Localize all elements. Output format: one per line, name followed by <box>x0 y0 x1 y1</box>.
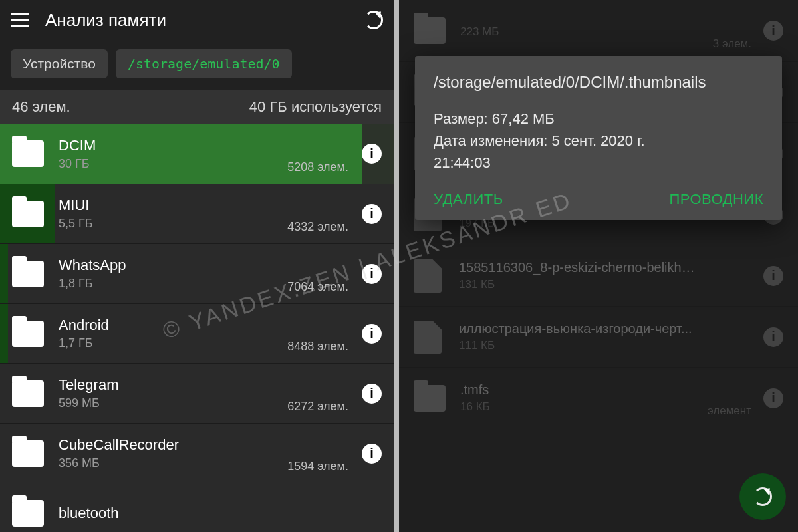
list-item[interactable]: DCIM30 ГБ5208 элем.i <box>0 124 394 184</box>
item-count: 7064 элем. <box>287 280 348 294</box>
list-item[interactable]: WhatsApp1,8 ГБ7064 элем.i <box>0 243 394 303</box>
breadcrumb: Устройство /storage/emulated/0 <box>0 40 394 90</box>
info-icon[interactable]: i <box>362 444 382 464</box>
folder-name: bluetooth <box>59 505 382 522</box>
refresh-icon <box>753 487 772 506</box>
folder-icon <box>12 380 44 407</box>
list-item[interactable]: MIUI5,5 ГБ4332 элем.i <box>0 184 394 243</box>
chip-device[interactable]: Устройство <box>11 49 108 78</box>
app-header: Анализ памяти <box>0 0 394 40</box>
dialog-path: /storage/emulated/0/DCIM/.thumbnails <box>434 73 763 92</box>
folder-name: DCIM <box>59 137 287 154</box>
item-count: 4332 элем. <box>287 220 348 234</box>
folder-size: 5,5 ГБ <box>59 217 287 231</box>
page-title: Анализ памяти <box>45 10 364 31</box>
info-dialog: /storage/emulated/0/DCIM/.thumbnails Раз… <box>415 56 782 220</box>
folder-name: CubeCallRecorder <box>59 436 287 454</box>
dialog-size: Размер: 67,42 МБ <box>434 108 763 130</box>
list-item[interactable]: Android1,7 ГБ8488 элем.i <box>0 303 394 363</box>
folder-icon <box>12 261 44 287</box>
info-icon[interactable]: i <box>362 264 382 284</box>
fab-refresh[interactable] <box>739 473 786 520</box>
stats-bar: 46 элем. 40 ГБ используется <box>0 90 394 124</box>
list-item[interactable]: Telegram599 МБ6272 элем.i <box>0 363 394 423</box>
explorer-button[interactable]: ПРОВОДНИК <box>669 191 763 208</box>
stats-used: 40 ГБ используется <box>249 98 382 116</box>
folder-size: 30 ГБ <box>59 157 287 171</box>
item-count: 1594 элем. <box>287 460 348 473</box>
folder-name: Android <box>59 317 287 334</box>
folder-name: MIUI <box>59 197 287 214</box>
folder-icon <box>12 321 44 347</box>
list-item[interactable]: bluetooth <box>0 483 394 532</box>
file-browser-pane: 223 МБ3 элем.i.thumbnailsiic7a6f29577308… <box>399 0 798 532</box>
folder-name: WhatsApp <box>59 257 287 274</box>
folder-size: 1,8 ГБ <box>59 277 287 291</box>
item-count: 5208 элем. <box>287 160 348 174</box>
list-item[interactable]: CubeCallRecorder356 МБ1594 элем.i <box>0 423 394 483</box>
folder-icon <box>12 440 44 467</box>
folder-name: Telegram <box>59 376 287 394</box>
folder-size: 356 МБ <box>59 456 287 470</box>
folder-icon <box>12 140 44 167</box>
folder-size: 1,7 ГБ <box>59 336 287 350</box>
dialog-date: Дата изменения: 5 сент. 2020 г. <box>434 130 763 152</box>
item-count: 6272 элем. <box>287 400 348 414</box>
folder-icon <box>12 201 44 227</box>
info-icon[interactable]: i <box>362 144 382 164</box>
storage-analyzer-pane: Анализ памяти Устройство /storage/emulat… <box>0 0 394 532</box>
folder-size: 599 МБ <box>59 396 287 410</box>
chip-path[interactable]: /storage/emulated/0 <box>116 49 292 78</box>
item-count: 8488 элем. <box>287 340 348 354</box>
dialog-time: 21:44:03 <box>434 152 763 174</box>
info-icon[interactable]: i <box>362 324 382 344</box>
folder-list: DCIM30 ГБ5208 элем.iMIUI5,5 ГБ4332 элем.… <box>0 124 394 532</box>
stats-count: 46 элем. <box>12 98 70 116</box>
folder-icon <box>12 500 44 527</box>
info-icon[interactable]: i <box>362 204 382 224</box>
refresh-icon[interactable] <box>364 11 383 29</box>
info-icon[interactable]: i <box>362 384 382 404</box>
delete-button[interactable]: УДАЛИТЬ <box>434 191 503 208</box>
menu-icon[interactable] <box>11 13 29 27</box>
